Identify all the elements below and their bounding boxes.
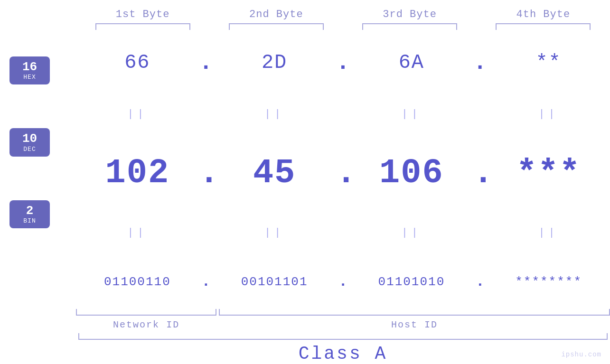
bin-row: 01100110 . 00101101 . 01101010 . *******… [76, 273, 610, 290]
dec-number: 10 [16, 132, 43, 146]
byte4-header: 4th Byte [477, 9, 610, 20]
dec-row: 102 . 45 . 106 . *** [76, 154, 610, 193]
class-outer-bracket [78, 333, 608, 340]
top-bracket-2 [229, 23, 324, 30]
top-brackets [0, 23, 610, 30]
top-bracket-1 [95, 23, 190, 30]
bin-val-2: 00101101 [241, 275, 308, 289]
network-id-label: Network ID [76, 319, 216, 330]
hex-badge: 16 HEX [9, 56, 50, 85]
bin-val-4: ******** [515, 275, 582, 289]
bin-val-1: 01100110 [104, 275, 171, 289]
bin-name: BIN [16, 217, 43, 224]
bottom-section: Network ID Host ID [0, 309, 610, 330]
eq1-2: || [213, 108, 336, 120]
main-container: 1st Byte 2nd Byte 3rd Byte 4th Byte 16 H… [0, 0, 610, 364]
byte3-header: 3rd Byte [343, 9, 477, 20]
bottom-labels: Network ID Host ID [76, 319, 610, 330]
dec-val-3: 106 [379, 154, 444, 193]
equals-row-1: || || || || [76, 108, 610, 120]
eq1-1: || [76, 108, 199, 120]
hex-row: 66 . 2D . 6A . ** [76, 51, 610, 74]
dot-hex-1: . [199, 51, 213, 74]
top-bracket-4 [496, 23, 591, 30]
dec-val-1: 102 [105, 154, 170, 193]
hex-number: 16 [16, 60, 43, 74]
main-content: 16 HEX 10 DEC 2 BIN 66 . 2D . 6A . ** [0, 35, 610, 307]
dot-dec-2: . [336, 154, 350, 193]
eq1-4: || [487, 108, 610, 120]
eq2-2: || [213, 227, 336, 239]
bottom-bracket-network [76, 309, 216, 316]
dot-bin-3: . [473, 273, 487, 290]
hex-val-1: 66 [124, 51, 150, 74]
dot-dec-1: . [199, 154, 213, 193]
host-id-label: Host ID [219, 319, 610, 330]
eq2-3: || [350, 227, 473, 239]
equals-row-2: || || || || [76, 227, 610, 239]
byte-headers: 1st Byte 2nd Byte 3rd Byte 4th Byte [0, 0, 610, 20]
eq2-1: || [76, 227, 199, 239]
top-bracket-3 [362, 23, 457, 30]
base-labels: 16 HEX 10 DEC 2 BIN [0, 35, 76, 307]
bottom-brackets-row [76, 309, 610, 316]
bin-val-3: 01101010 [378, 275, 445, 289]
hex-val-4: ** [535, 51, 561, 74]
dot-bin-1: . [199, 273, 213, 290]
byte1-header: 1st Byte [76, 9, 209, 20]
dec-badge: 10 DEC [9, 128, 50, 157]
dot-bin-2: . [336, 273, 350, 290]
dec-val-4: *** [516, 154, 581, 193]
dec-name: DEC [16, 146, 43, 153]
hex-val-2: 2D [262, 51, 287, 74]
grid-area: 66 . 2D . 6A . ** || || || || 102 [76, 35, 610, 307]
bottom-bracket-host [219, 309, 610, 316]
hex-val-3: 6A [399, 51, 424, 74]
dot-dec-3: . [473, 154, 487, 193]
watermark: ipshu.com [561, 351, 601, 358]
class-label: Class A [76, 344, 610, 364]
dec-val-2: 45 [253, 154, 296, 193]
bin-badge: 2 BIN [9, 200, 50, 229]
eq2-4: || [487, 227, 610, 239]
eq1-3: || [350, 108, 473, 120]
class-section: Class A [0, 333, 610, 364]
bin-number: 2 [16, 204, 43, 218]
dot-hex-2: . [336, 51, 350, 74]
hex-name: HEX [16, 74, 43, 81]
dot-hex-3: . [473, 51, 487, 74]
byte2-header: 2nd Byte [209, 9, 343, 20]
